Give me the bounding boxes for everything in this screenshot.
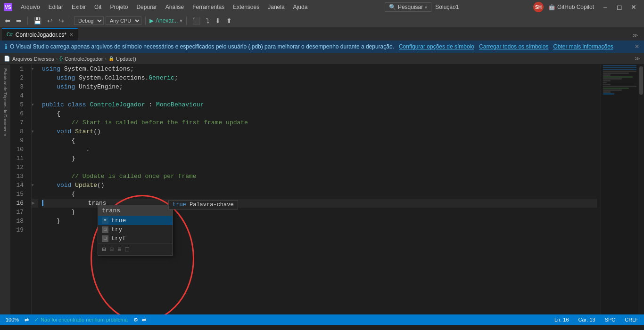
breadcrumb-bar: 📄 Arquivos Diversos › {} ControleJogador… — [0, 53, 644, 64]
minimize-button[interactable]: – — [599, 2, 612, 12]
sidebar-structure-icon: Estrutura de Tópicos do Documento — [2, 66, 8, 138]
gutter-6 — [32, 109, 38, 118]
menu-analise[interactable]: Análise — [163, 3, 187, 11]
status-git-icon: ⚙ — [133, 317, 138, 323]
toolbar-sep1 — [27, 16, 28, 25]
run-icon: ▶ — [149, 17, 154, 24]
menu-ajuda[interactable]: Ajuda — [290, 3, 311, 11]
ac-footer-collapse-icon[interactable]: ⊟ — [109, 245, 113, 253]
breadcrumb-method-icon: 🔒 — [108, 56, 114, 61]
breadcrumb-part1[interactable]: Arquivos Diversos — [12, 56, 54, 62]
code-content[interactable]: using System.Collections; using System.C… — [38, 64, 601, 314]
toolbar-stepout-btn[interactable]: ⬆ — [224, 16, 234, 25]
title-bar-left: VS Arquivo Editar Exibir Git Projeto Dep… — [4, 3, 310, 11]
status-right: Ln: 16 Car: 13 SPC CRLF — [553, 317, 640, 322]
menu-arquivo[interactable]: Arquivo — [18, 3, 43, 11]
breadcrumb-part3[interactable]: Update() — [116, 56, 136, 62]
line-14: 14 — [14, 181, 27, 190]
search-label: Pesquisar — [398, 4, 423, 10]
gutter: ▾ ▾ ▾ ▾ ▶ — [32, 64, 38, 314]
toolbar-sep2 — [70, 16, 70, 25]
tab-overflow-btn[interactable]: ≫ — [628, 30, 642, 40]
menu-ferramentas[interactable]: Ferramentas — [190, 3, 227, 11]
minimap-l4 — [603, 71, 636, 72]
line-8: 8 — [14, 127, 27, 136]
breadcrumb-overflow[interactable]: ≫ — [635, 56, 640, 62]
line-12: 12 — [14, 163, 27, 172]
menu-git[interactable]: Git — [91, 3, 104, 11]
menu-editar[interactable]: Editar — [46, 3, 66, 11]
minimap-l2 — [603, 67, 636, 68]
menu-extensoes[interactable]: Extensões — [230, 3, 262, 11]
tab-controle-jogador[interactable]: C# ControleJogador.cs* ✕ — [2, 28, 78, 40]
window-controls: – ◻ ✕ — [599, 2, 640, 12]
close-button[interactable]: ✕ — [627, 2, 640, 12]
run-label: Anexar... — [156, 17, 178, 24]
menu-depurar[interactable]: Depurar — [133, 3, 159, 11]
configuration-dropdown[interactable]: Debug — [74, 16, 104, 25]
code-line-7: // Start is called before the first fram… — [42, 118, 597, 127]
editor-area[interactable]: 1 2 3 4 5 6 7 8 9 10 11 12 13 14 15 16 1… — [10, 64, 644, 314]
toolbar-undo-btn[interactable]: ↩ — [45, 16, 55, 25]
ac-footer-list-icon[interactable]: □ — [125, 246, 129, 253]
ac-footer-filter-icon[interactable]: ≡ — [117, 246, 121, 253]
autocomplete-popup[interactable]: trans ≡ true □ try □ tryf ⊞ ⊟ ≡ — [98, 205, 173, 256]
minimap-l9 — [603, 80, 611, 81]
copilot-button[interactable]: 🤖 GitHub Copilot — [548, 4, 594, 10]
toolbar-forward-btn[interactable]: ➡ — [14, 16, 24, 25]
status-eol[interactable]: CRLF — [623, 317, 640, 322]
autocomplete-item-tryf[interactable]: □ tryf — [98, 234, 173, 243]
maximize-button[interactable]: ◻ — [613, 2, 626, 12]
menu-projeto[interactable]: Projeto — [107, 3, 131, 11]
platform-dropdown[interactable]: Any CPU — [106, 16, 141, 25]
info-close-icon[interactable]: ✕ — [635, 43, 639, 50]
breadcrumb-part2[interactable]: ControleJogador — [65, 56, 103, 62]
tooltip-popup: true Palavra-chave — [168, 200, 238, 209]
code-line-11: } — [42, 154, 597, 163]
search-box[interactable]: 🔍 Pesquisar ▾ — [385, 2, 431, 12]
editor-scrollbar[interactable] — [638, 64, 644, 314]
run-button[interactable]: ▶ Anexar... ▾ — [149, 17, 182, 24]
autocomplete-item-try[interactable]: □ try — [98, 225, 173, 234]
autocomplete-items: ≡ true □ try □ tryf — [98, 216, 173, 243]
status-no-problems[interactable]: ✓ Não foi encontrado nenhum problema — [33, 317, 130, 323]
code-line-15: { — [42, 190, 597, 199]
ac-icon-true: ≡ — [102, 217, 108, 224]
gutter-11 — [32, 154, 38, 163]
minimap-l3 — [603, 69, 636, 70]
code-line-13: // Update is called once per frame — [42, 172, 597, 181]
toolbar-back-btn[interactable]: ⬅ — [3, 16, 12, 25]
status-enc[interactable]: SPC — [603, 317, 618, 322]
breadcrumb-sep1: › — [56, 56, 58, 62]
line-3: 3 — [14, 82, 27, 91]
line-18: 18 — [14, 217, 27, 225]
toolbar-breakpoint-btn[interactable]: ⬛ — [190, 16, 202, 25]
gutter-15 — [32, 190, 38, 199]
toolbar-sep4 — [186, 16, 187, 25]
menu-janela[interactable]: Janela — [265, 3, 287, 11]
menu-exibir[interactable]: Exibir — [69, 3, 89, 11]
info-link-more-info[interactable]: Obter mais informações — [553, 43, 613, 50]
toolbar-stepin-btn[interactable]: ⬇ — [213, 16, 223, 25]
info-link-configure[interactable]: Configurar opções de símbolo — [399, 43, 474, 50]
status-col[interactable]: Car: 13 — [577, 317, 597, 322]
ac-footer-expand-icon[interactable]: ⊞ — [102, 245, 106, 253]
autocomplete-item-true[interactable]: ≡ true — [98, 216, 173, 225]
scrollbar-thumb[interactable] — [639, 66, 643, 95]
toolbar-redo-btn[interactable]: ↪ — [57, 16, 66, 25]
info-link-load-all[interactable]: Carregar todos os símbolos — [479, 43, 548, 50]
minimap-l8 — [603, 78, 622, 80]
code-line-10: . — [42, 145, 597, 154]
ac-icon-tryf: □ — [102, 235, 108, 242]
status-ln[interactable]: Ln: 16 — [553, 317, 571, 322]
toolbar-save-all-btn[interactable]: 💾 — [32, 16, 43, 25]
title-bar-right: SH 🤖 GitHub Copilot – ◻ ✕ — [533, 2, 640, 12]
status-zoom[interactable]: 100% — [4, 317, 21, 322]
breadcrumb-sep2: › — [105, 56, 107, 62]
left-sidebar: Estrutura de Tópicos do Documento — [0, 64, 10, 314]
gutter-17 — [32, 208, 38, 217]
tab-close-icon[interactable]: ✕ — [69, 32, 73, 37]
toolbar-stepover-btn[interactable]: ⤵ — [204, 16, 211, 25]
info-bar: ℹ O Visual Studio carrega apenas arquivo… — [0, 40, 644, 53]
status-arrows-icon: ⇌ — [25, 317, 29, 323]
